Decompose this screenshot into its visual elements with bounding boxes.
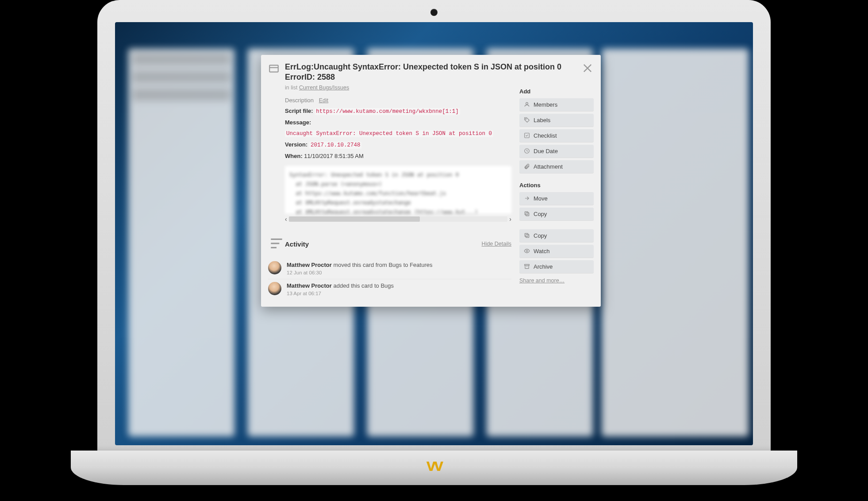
card-title: ErrLog:Uncaught SyntaxError: Unexpected … xyxy=(285,62,594,83)
svg-point-7 xyxy=(526,103,528,105)
activity-item: Matthew Proctor added this card to Bugs … xyxy=(268,279,511,300)
activity-action: added this card to Bugs xyxy=(332,282,394,289)
svg-point-15 xyxy=(526,250,528,252)
when-value: 11/10/2017 8:51:35 AM xyxy=(304,153,363,159)
avatar[interactable] xyxy=(268,282,281,295)
avatar[interactable] xyxy=(268,261,281,274)
copy-icon xyxy=(524,232,530,239)
script-file-value: https://www.kutamo.com/meeting/wkxbnne[1… xyxy=(315,108,460,115)
copy-button-extra[interactable]: Copy xyxy=(519,229,594,242)
attachment-icon xyxy=(524,163,530,170)
card-header: ErrLog:Uncaught SyntaxError: Unexpected … xyxy=(268,62,594,83)
actions-heading: Actions xyxy=(519,182,594,189)
webcam xyxy=(430,9,438,16)
activity-user: Matthew Proctor xyxy=(287,282,332,289)
svg-rect-12 xyxy=(525,212,528,215)
move-button[interactable]: Move xyxy=(519,192,594,205)
copy-icon xyxy=(524,211,530,217)
labels-button[interactable]: Labels xyxy=(519,114,594,127)
activity-action: moved this card from Bugs to Features xyxy=(332,262,433,268)
eye-icon xyxy=(524,248,530,254)
description-body: Script file: https://www.kutamo.com/meet… xyxy=(285,106,511,214)
version-value: 2017.10.10.2748 xyxy=(309,142,362,149)
card-modal: ErrLog:Uncaught SyntaxError: Unexpected … xyxy=(261,55,601,307)
due-date-button[interactable]: Due Date xyxy=(519,145,594,158)
move-icon xyxy=(524,195,530,201)
stack-trace-box: SyntaxError: Unexpected token S in JSON … xyxy=(285,166,511,214)
message-value: Uncaught SyntaxError: Unexpected token S… xyxy=(285,130,493,137)
activity-heading: Activity xyxy=(285,240,482,248)
members-icon xyxy=(524,101,530,108)
members-button[interactable]: Members xyxy=(519,98,594,111)
copy-button[interactable]: Copy xyxy=(519,208,594,220)
list-link[interactable]: Current Bugs/Issues xyxy=(299,85,349,91)
scroll-thumb[interactable] xyxy=(289,216,420,222)
when-label: When: xyxy=(285,153,303,159)
edit-description-link[interactable]: Edit xyxy=(319,97,329,104)
svg-rect-14 xyxy=(525,234,528,237)
labels-icon xyxy=(524,117,530,123)
svg-point-8 xyxy=(526,119,526,119)
svg-rect-11 xyxy=(526,213,529,216)
watch-button[interactable]: Watch xyxy=(519,245,594,258)
laptop-base: vv xyxy=(71,451,797,485)
svg-rect-16 xyxy=(525,265,530,266)
in-list: in list Current Bugs/Issues xyxy=(285,85,511,91)
svg-rect-0 xyxy=(269,65,278,72)
scroll-right-arrow[interactable]: › xyxy=(509,216,511,223)
activity-item: Matthew Proctor moved this card from Bug… xyxy=(268,258,511,279)
scroll-left-arrow[interactable]: ‹ xyxy=(285,216,287,223)
attachment-button[interactable]: Attachment xyxy=(519,160,594,173)
card-icon xyxy=(268,62,280,76)
in-list-prefix: in list xyxy=(285,85,299,91)
checklist-icon xyxy=(524,132,530,139)
activity-time: 13 Apr at 06:17 xyxy=(287,291,394,296)
svg-rect-9 xyxy=(525,133,530,138)
script-file-label: Script file: xyxy=(285,108,313,114)
add-heading: Add xyxy=(519,88,594,95)
activity-icon xyxy=(268,235,285,253)
archive-icon xyxy=(524,263,530,270)
svg-rect-13 xyxy=(526,235,529,238)
version-label: Version: xyxy=(285,141,307,148)
laptop-logo: vv xyxy=(426,456,442,475)
hide-details-link[interactable]: Hide Details xyxy=(482,241,511,247)
horizontal-scrollbar[interactable]: ‹ › xyxy=(285,216,511,223)
checklist-button[interactable]: Checklist xyxy=(519,129,594,142)
activity-time: 12 Jun at 06:30 xyxy=(287,270,432,275)
scroll-track[interactable] xyxy=(289,216,508,222)
archive-button[interactable]: Archive xyxy=(519,260,594,273)
message-label: Message: xyxy=(285,119,311,126)
activity-user: Matthew Proctor xyxy=(287,262,332,268)
share-link[interactable]: Share and more… xyxy=(519,277,594,284)
close-button[interactable] xyxy=(581,62,594,74)
clock-icon xyxy=(524,148,530,154)
description-label: Description xyxy=(285,97,314,104)
